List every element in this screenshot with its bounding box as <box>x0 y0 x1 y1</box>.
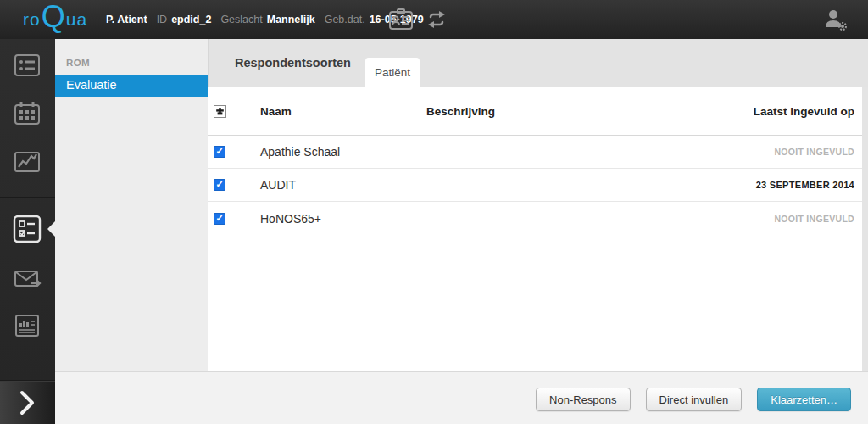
non-respons-button[interactable]: Non-Respons <box>536 388 631 411</box>
roqua-app: roQua P. Atient ID epdid_2 Geslacht Mann… <box>0 0 868 424</box>
patient-gender-label: Geslacht <box>220 14 262 25</box>
sidebar-expand-section <box>0 382 55 424</box>
logo-text: Q <box>42 4 65 30</box>
row-checkbox-checked[interactable] <box>214 213 225 225</box>
table-row[interactable]: HoNOS65+ NOOIT INGEVULD <box>208 202 862 235</box>
questionnaire-table: Naam Beschrijving Laatst ingevuld op Apa… <box>208 87 862 371</box>
roqua-logo[interactable]: roQua <box>23 0 87 39</box>
sidebar-item-questionnaires[interactable] <box>12 50 42 81</box>
column-header-laatst-ingevuld[interactable]: Laatst ingevuld op <box>668 87 854 135</box>
questionnaire-name: AUDIT <box>260 169 426 201</box>
patient-birthdate-label: Geb.dat. <box>325 14 365 25</box>
patient-name: P. Atient <box>106 14 147 25</box>
sidebar-item-reports[interactable] <box>12 310 42 341</box>
action-footer: Non-Respons Direct invullen Klaarzetten… <box>55 371 868 424</box>
row-checkbox-checked[interactable] <box>214 179 225 191</box>
patient-id-value: epdid_2 <box>171 14 211 25</box>
questionnaire-name: Apathie Schaal <box>260 136 426 168</box>
tab-respondentsoorten[interactable]: Respondentsoorten <box>235 39 351 87</box>
patient-info-bar: P. Atient ID epdid_2 Geslacht Mannelijk … <box>106 0 424 39</box>
user-settings-icon[interactable] <box>822 8 848 31</box>
chevron-right-icon[interactable] <box>15 387 39 419</box>
tab-patient[interactable]: Patiënt <box>365 58 420 87</box>
last-filled-date: 23 SEPTEMBER 2014 <box>668 169 854 201</box>
sidebar-item-calendar[interactable] <box>12 98 42 129</box>
sidebar-item-charts[interactable] <box>12 147 42 177</box>
row-checkbox-checked[interactable] <box>214 146 225 158</box>
sidebar-item-evaluation[interactable] <box>12 214 42 244</box>
questionnaire-name: HoNOS65+ <box>260 202 426 235</box>
logo-text: ro <box>23 9 41 30</box>
sidebar-divider <box>0 197 55 198</box>
tabstrip: Respondentsoorten Patiënt <box>208 39 868 87</box>
column-header-naam[interactable]: Naam <box>260 87 426 135</box>
klaarzetten-button[interactable]: Klaarzetten… <box>757 388 851 411</box>
table-row[interactable]: AUDIT 23 SEPTEMBER 2014 <box>208 169 862 202</box>
patient-id-label: ID <box>157 14 168 25</box>
patient-gender-value: Mannelijk <box>267 14 315 25</box>
select-all-checkbox[interactable] <box>214 105 226 118</box>
logo-text: ua <box>66 9 87 30</box>
table-header-row: Naam Beschrijving Laatst ingevuld op <box>208 87 862 136</box>
direct-invullen-button[interactable]: Direct invullen <box>646 388 743 411</box>
patient-card-icon[interactable] <box>388 8 414 31</box>
subnav-item-evaluatie[interactable]: Evaluatie <box>55 75 208 97</box>
active-section-arrow <box>47 221 55 237</box>
table-row[interactable]: Apathie Schaal NOOIT INGEVULD <box>208 136 862 169</box>
sidebar-item-mail[interactable] <box>12 264 42 294</box>
topbar: roQua P. Atient ID epdid_2 Geslacht Mann… <box>0 0 868 39</box>
rom-subnav: ROM Evaluatie <box>55 39 208 371</box>
subnav-section-label: ROM <box>55 39 208 75</box>
switch-patient-icon[interactable] <box>424 8 449 31</box>
last-filled-status: NOOIT INGEVULD <box>668 202 854 235</box>
last-filled-status: NOOIT INGEVULD <box>668 136 854 168</box>
